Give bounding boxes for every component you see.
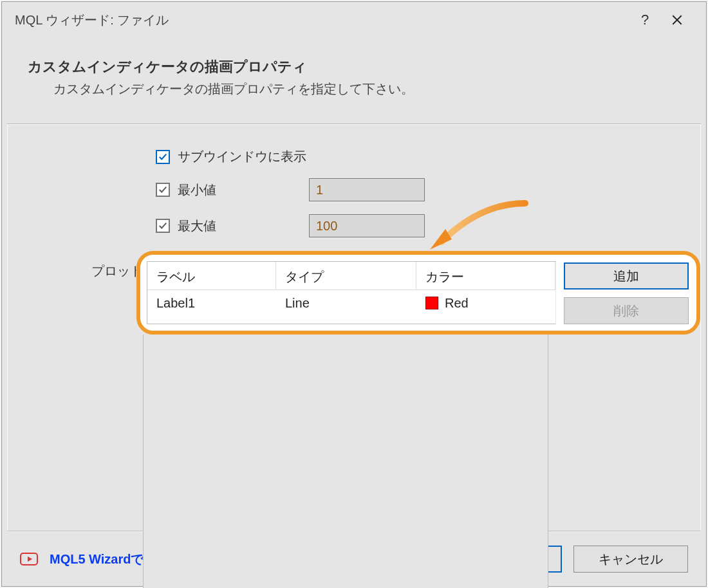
add-button[interactable]: 追加 bbox=[564, 262, 689, 289]
plot-table[interactable]: ラベル タイプ カラー Label1 Line Red bbox=[147, 261, 556, 324]
wizard-dialog: MQL ウィザード: ファイル ? カスタムインディケータの描画プロパティ カス… bbox=[1, 1, 707, 587]
col-label: ラベル bbox=[147, 262, 276, 290]
min-input[interactable]: 1 bbox=[309, 178, 425, 201]
max-label: 最大値 bbox=[178, 217, 239, 235]
col-color: カラー bbox=[416, 262, 555, 290]
titlebar: MQL ウィザード: ファイル ? bbox=[2, 2, 706, 38]
cell-color: Red bbox=[416, 292, 555, 315]
max-input[interactable]: 100 bbox=[309, 214, 425, 237]
plot-side-buttons: 追加 削除 bbox=[564, 261, 689, 324]
window-title: MQL ウィザード: ファイル bbox=[15, 12, 629, 29]
cell-type: Line bbox=[276, 292, 416, 315]
max-checkbox[interactable] bbox=[156, 219, 170, 233]
delete-button: 削除 bbox=[564, 297, 689, 324]
subwindow-label: サブウインドウに表示 bbox=[178, 148, 306, 165]
subwindow-checkbox[interactable] bbox=[156, 150, 170, 164]
help-icon[interactable]: ? bbox=[629, 2, 661, 38]
min-label: 最小値 bbox=[178, 181, 239, 199]
close-icon[interactable] bbox=[661, 2, 693, 38]
video-icon[interactable] bbox=[20, 553, 38, 565]
color-swatch-icon bbox=[425, 297, 438, 309]
plot-highlight: ラベル タイプ カラー Label1 Line Red 追加 削除 bbox=[136, 251, 700, 335]
cancel-button[interactable]: キャンセル bbox=[573, 546, 688, 573]
body: サブウインドウに表示 最小値 1 最大値 100 プロット ラベル bbox=[7, 125, 701, 531]
plot-table-header: ラベル タイプ カラー bbox=[147, 262, 555, 290]
cell-label: Label1 bbox=[147, 292, 276, 315]
table-row[interactable]: Label1 Line Red bbox=[147, 290, 555, 316]
min-checkbox[interactable] bbox=[156, 183, 170, 197]
plot-section-label: プロット bbox=[91, 262, 143, 280]
col-type: タイプ bbox=[276, 262, 416, 290]
page-heading: カスタムインディケータの描画プロパティ bbox=[28, 57, 680, 77]
plot-table-body-empty bbox=[143, 335, 548, 588]
page-subheading: カスタムインディケータの描画プロパティを指定して下さい。 bbox=[28, 80, 680, 98]
header-section: カスタムインディケータの描画プロパティ カスタムインディケータの描画プロパティを… bbox=[2, 38, 706, 124]
